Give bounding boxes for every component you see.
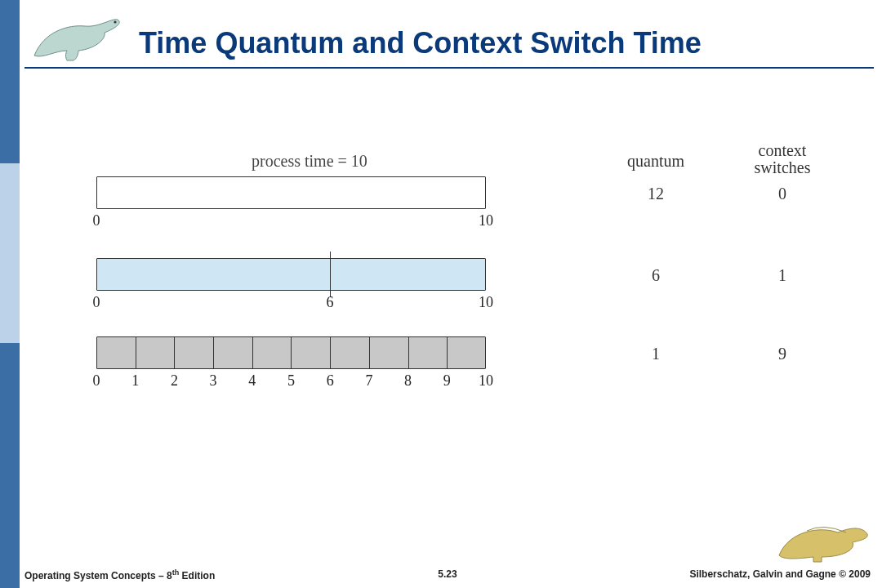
cs-head-line1: context [759, 141, 807, 159]
bar-q1-cell [214, 337, 253, 368]
side-rail [0, 0, 20, 588]
dinosaur-bottom-right [774, 514, 872, 565]
tick-0: 0 [93, 294, 100, 311]
bar-q1-cell [97, 368, 136, 399]
footer-left-b: Edition [179, 570, 215, 581]
title-separator [24, 67, 874, 69]
bar-q1-cell [136, 337, 176, 368]
tick-5: 5 [287, 372, 295, 390]
tick-0: 0 [93, 212, 100, 229]
side-rail-pale [0, 163, 20, 343]
tick-10: 10 [479, 294, 493, 311]
footer: Operating System Concepts – 8th Edition … [24, 568, 871, 583]
context-switches-value-0: 0 [737, 185, 827, 203]
tick-1: 1 [131, 372, 139, 390]
context-switches-column-header: context switches [737, 142, 827, 176]
bar-q1-cell [409, 337, 448, 368]
slide-title: Time Quantum and Context Switch Time [139, 26, 702, 60]
tick-9: 9 [443, 372, 451, 390]
footer-right: Silberschatz, Galvin and Gagne © 2009 [689, 568, 871, 580]
tick-10: 10 [479, 212, 493, 229]
quantum-column-header: quantum [607, 152, 705, 171]
footer-center: 5.23 [438, 568, 457, 580]
tick-10: 10 [479, 372, 493, 390]
tick-7: 7 [365, 372, 372, 390]
tick-6: 6 [327, 372, 334, 390]
bar-q6-divider [330, 252, 331, 297]
bar-q1-cell [292, 337, 331, 368]
context-switches-value-1: 1 [737, 266, 827, 285]
footer-left-a: Operating System Concepts – 8 [24, 570, 172, 581]
bar-q1-cell [331, 337, 370, 368]
bar-q1-cell [370, 337, 409, 368]
bar-q12 [96, 176, 486, 209]
svg-point-0 [114, 20, 116, 23]
quantum-value-6: 6 [607, 266, 705, 285]
tick-0: 0 [93, 372, 100, 390]
tick-2: 2 [171, 372, 178, 390]
bar-q6 [96, 258, 486, 291]
tick-6: 6 [327, 294, 334, 311]
cs-head-line2: switches [755, 158, 811, 176]
bar-q1 [96, 336, 486, 369]
tick-8: 8 [404, 372, 412, 390]
process-time-label: process time = 10 [252, 152, 368, 171]
dinosaur-top-left [28, 7, 126, 65]
footer-left-sup: th [172, 568, 180, 577]
bar-q1-cell [175, 337, 214, 368]
tick-4: 4 [248, 372, 256, 390]
bar-q1-cell [97, 337, 136, 368]
quantum-value-12: 12 [607, 185, 705, 203]
bar-q1-cell [253, 337, 292, 368]
context-switches-value-9: 9 [737, 345, 827, 363]
quantum-value-1: 1 [607, 345, 705, 363]
diagram: process time = 10 quantum context switch… [96, 152, 831, 446]
footer-left: Operating System Concepts – 8th Edition [24, 568, 215, 581]
tick-3: 3 [210, 372, 217, 390]
